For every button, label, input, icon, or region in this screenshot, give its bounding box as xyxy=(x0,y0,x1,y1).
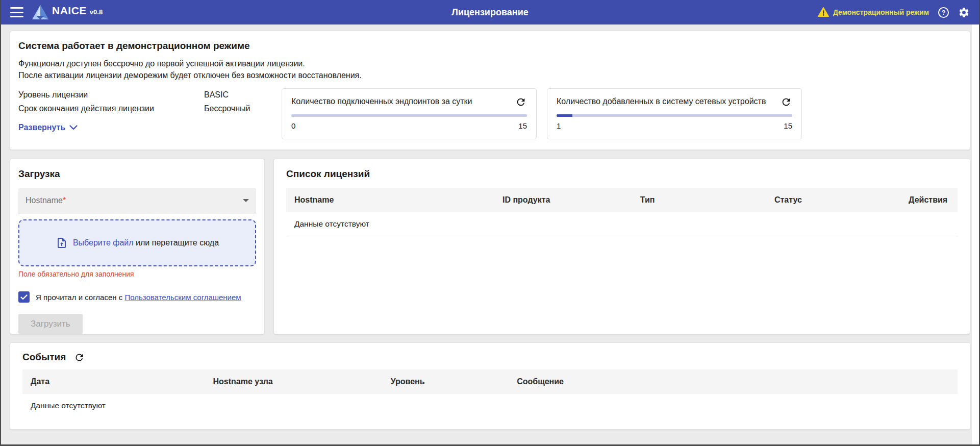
col-product-id: ID продукта xyxy=(494,188,632,212)
license-level-row: Уровень лицензии BASIC xyxy=(18,90,282,100)
events-empty-row: Данные отсутствуют xyxy=(22,394,958,417)
license-info: Уровень лицензии BASIC Срок окончания де… xyxy=(18,88,282,132)
col-node-hostname: Hostname узла xyxy=(205,369,382,394)
agreement-checkbox[interactable] xyxy=(18,291,30,303)
refresh-icon[interactable] xyxy=(780,96,792,108)
licenses-title: Список лицензий xyxy=(286,168,958,180)
col-status: Статус xyxy=(766,188,900,212)
events-empty-text: Данные отсутствуют xyxy=(22,394,958,417)
gauge-devices: Количество добавленных в систему сетевых… xyxy=(547,88,802,139)
banner-line-1: Функционал доступен бессрочно до первой … xyxy=(18,58,962,69)
col-hostname: Hostname xyxy=(286,188,494,212)
app-bar: NAICE v0.8 Лицензирование Демонстрационн… xyxy=(1,0,979,24)
events-header-row: Дата Hostname узла Уровень Сообщение xyxy=(22,369,958,394)
upload-panel: Загрузка Hostname* Выберите файл или пер… xyxy=(10,159,265,334)
chevron-down-icon xyxy=(69,125,78,130)
warning-triangle-icon xyxy=(818,7,829,17)
app-name: NAICE xyxy=(52,5,87,17)
file-dropzone[interactable]: Выберите файл или перетащите сюда xyxy=(18,219,256,266)
help-icon[interactable]: ? xyxy=(937,6,949,18)
check-icon xyxy=(20,294,28,300)
demo-mode-badge: Демонстрационный режим xyxy=(818,7,929,17)
upload-title: Загрузка xyxy=(18,168,256,180)
dropzone-hint: или перетащите сюда xyxy=(134,238,219,247)
logo-triangle-icon xyxy=(32,5,49,20)
expand-link[interactable]: Развернуть xyxy=(18,123,78,132)
gauge-devices-track xyxy=(557,114,792,117)
page-title: Лицензирование xyxy=(451,7,528,18)
gauge-endpoints-min: 0 xyxy=(291,121,295,130)
gauge-endpoints-max: 15 xyxy=(518,121,527,130)
agreement-text: Я прочитал и согласен с xyxy=(36,293,124,302)
upload-button[interactable]: Загрузить xyxy=(18,314,83,334)
events-panel: События Дата Hostname узла Уровень Сообщ… xyxy=(10,342,970,430)
licenses-header-row: Hostname ID продукта Тип Статус Действия xyxy=(286,188,958,212)
hostname-select-label: Hostname xyxy=(26,196,63,205)
licenses-empty-row: Данные отсутствуют xyxy=(286,212,958,236)
app-version: v0.8 xyxy=(90,8,103,16)
gauge-endpoints-track xyxy=(291,114,527,117)
license-level-value: BASIC xyxy=(204,90,229,100)
col-message: Сообщение xyxy=(509,369,958,394)
col-level: Уровень xyxy=(383,369,509,394)
events-title: События xyxy=(22,352,66,363)
gauge-devices-title: Количество добавленных в систему сетевых… xyxy=(557,96,766,106)
svg-text:?: ? xyxy=(941,9,945,16)
demo-banner: Система работает в демонстрационном режи… xyxy=(10,31,970,150)
events-table: Дата Hostname узла Уровень Сообщение Дан… xyxy=(22,369,958,417)
select-caret-icon xyxy=(243,199,249,202)
gauge-endpoints-title: Количество подключенных эндпоинтов за су… xyxy=(291,96,472,106)
license-expiry-row: Срок окончания действия лицензии Бессроч… xyxy=(18,104,282,113)
required-asterisk: * xyxy=(63,196,66,205)
refresh-icon[interactable] xyxy=(515,96,527,108)
gauge-devices-fill xyxy=(557,114,572,117)
agreement-link[interactable]: Пользовательским соглашением xyxy=(124,293,241,302)
demo-mode-label: Демонстрационный режим xyxy=(833,8,929,16)
refresh-icon[interactable] xyxy=(73,351,85,363)
vertical-scrollbar[interactable] xyxy=(972,24,979,444)
banner-title: Система работает в демонстрационном режи… xyxy=(18,40,962,52)
choose-file-link[interactable]: Выберите файл xyxy=(73,238,134,247)
file-upload-icon xyxy=(56,237,68,249)
col-type: Тип xyxy=(632,188,766,212)
gauge-endpoints: Количество подключенных эндпоинтов за су… xyxy=(282,88,537,139)
gauge-devices-max: 15 xyxy=(784,121,792,130)
banner-line-2: После активации лицензии деморежим будет… xyxy=(18,69,962,81)
gauge-devices-min: 1 xyxy=(557,121,561,130)
licenses-panel: Список лицензий Hostname ID продукта Тип… xyxy=(273,159,970,334)
col-actions: Действия xyxy=(900,188,958,212)
license-level-label: Уровень лицензии xyxy=(18,90,204,100)
col-date: Дата xyxy=(22,369,205,394)
hostname-required-error: Поле обязательно для заполнения xyxy=(18,270,256,278)
licenses-empty-text: Данные отсутствуют xyxy=(286,212,958,236)
licenses-table: Hostname ID продукта Тип Статус Действия… xyxy=(286,188,958,236)
menu-icon[interactable] xyxy=(10,7,23,17)
app-logo: NAICE v0.8 xyxy=(32,5,103,20)
hostname-select[interactable]: Hostname* xyxy=(18,188,256,213)
license-expiry-value: Бессрочный xyxy=(204,104,250,113)
license-expiry-label: Срок окончания действия лицензии xyxy=(18,104,204,113)
gear-icon[interactable] xyxy=(958,6,970,18)
